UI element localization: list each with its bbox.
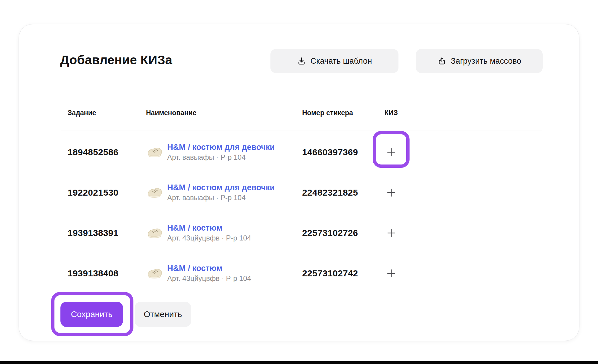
add-kiz-button[interactable]: [381, 263, 402, 284]
task-id: 1894852586: [68, 147, 146, 157]
bulk-upload-label: Загрузить массово: [451, 57, 521, 66]
sticker-number: 22573102726: [302, 228, 373, 238]
page-title: Добавление КИЗа: [60, 53, 172, 67]
product-thumbnail: [146, 226, 163, 240]
table-row: 1894852586 H&M / костюм для девочки Арт.…: [68, 132, 542, 172]
plus-icon: [386, 268, 396, 278]
task-id: 1939138391: [68, 228, 146, 238]
product-link[interactable]: H&M / костюм для девочки: [167, 143, 275, 152]
table-header-divider: [61, 130, 542, 130]
cancel-button[interactable]: Отменить: [135, 302, 191, 327]
task-id: 1939138408: [68, 268, 146, 278]
task-id: 1922021530: [68, 188, 146, 198]
download-template-label: Скачать шаблон: [311, 57, 372, 66]
product-link[interactable]: H&M / костюм: [167, 223, 251, 233]
screen: Добавление КИЗа Скачать шаблон Загрузить: [0, 0, 598, 364]
add-kiz-card: Добавление КИЗа Скачать шаблон Загрузить: [19, 24, 579, 341]
product-thumbnail: [146, 266, 163, 281]
column-header-name: Наименование: [146, 109, 302, 117]
plus-icon: [386, 188, 396, 198]
sticker-number: 22573102742: [302, 268, 373, 278]
table-row: 1922021530 H&M / костюм для девочки Арт.…: [68, 172, 542, 213]
upload-icon: [437, 57, 446, 66]
table-body: 1894852586 H&M / костюм для девочки Арт.…: [68, 132, 542, 293]
column-header-kiz: КИЗ: [373, 109, 410, 117]
plus-icon: [386, 147, 396, 157]
plus-icon: [386, 228, 396, 238]
table-row: 1939138408 H&M / костюм Арт. 43цйуцвфв ·…: [68, 253, 542, 293]
bulk-upload-button[interactable]: Загрузить массово: [416, 49, 543, 73]
table-row: 1939138391 H&M / костюм Арт. 43цйуцвфв ·…: [68, 213, 542, 253]
product-link[interactable]: H&M / костюм: [167, 264, 251, 273]
product-details: Арт. вавыафы · Р-р 104: [167, 194, 275, 202]
sticker-number: 22482321825: [302, 188, 373, 198]
product-link[interactable]: H&M / костюм для девочки: [167, 183, 275, 192]
product-details: Арт. 43цйуцвфв · Р-р 104: [167, 274, 251, 283]
product-details: Арт. вавыафы · Р-р 104: [167, 153, 275, 162]
product-thumbnail: [146, 185, 163, 200]
column-header-sticker: Номер стикера: [302, 109, 373, 117]
add-kiz-button[interactable]: [381, 223, 402, 243]
save-button[interactable]: Сохранить: [60, 302, 123, 327]
download-template-button[interactable]: Скачать шаблон: [270, 49, 398, 73]
product-details: Арт. 43цйуцвфв · Р-р 104: [167, 234, 251, 242]
product-thumbnail: [146, 145, 163, 159]
sticker-number: 14660397369: [302, 147, 373, 157]
table-header: Задание Наименование Номер стикера КИЗ: [68, 107, 542, 119]
bottom-bar: [0, 361, 598, 364]
add-kiz-button[interactable]: [381, 182, 402, 203]
column-header-task: Задание: [68, 109, 146, 117]
download-icon: [297, 57, 306, 66]
add-kiz-button[interactable]: [381, 142, 402, 163]
